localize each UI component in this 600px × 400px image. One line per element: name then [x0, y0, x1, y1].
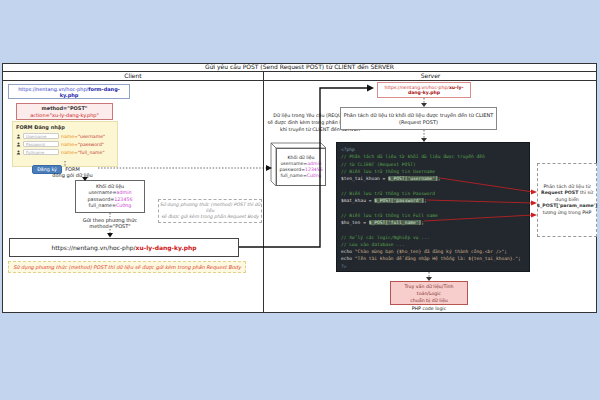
client-result-url: https://nentang.vn/hoc-php/xu-ly-dang-ky…	[51, 244, 196, 251]
username-name-attr: name="username"	[61, 134, 105, 139]
form-field-password: name="password"	[16, 140, 117, 148]
user-icon	[16, 142, 21, 147]
column-divider	[263, 72, 264, 313]
form-pack-label: FORM đóng gói dữ liệu	[25, 166, 120, 178]
registration-form: FORM Đăng nhập name="username" name="pas…	[12, 121, 118, 167]
form-action: action="xu-ly-dang-ky.php"	[30, 112, 99, 119]
form-title: FORM Đăng nhập	[16, 124, 117, 130]
fullname-name-attr: name="full_name"	[61, 150, 105, 155]
php-code-block: <?php// Phân tách dữ liệu từ khối dữ liệ…	[336, 142, 530, 272]
username-input[interactable]	[23, 133, 59, 139]
php-code-lines: <?php// Phân tách dữ liệu từ khối dữ liệ…	[341, 146, 525, 270]
diagram-canvas: Gửi yêu cầu POST (Send Request POST) từ …	[0, 0, 600, 400]
column-header-server: Server	[264, 72, 597, 81]
user-icon	[16, 150, 21, 155]
data-block-transfer: Khối dữ liệu username=admin password=123…	[276, 148, 326, 186]
password-name-attr: name="password"	[61, 142, 104, 147]
diagram-title: Gửi yêu cầu POST (Send Request POST) từ …	[2, 63, 597, 72]
post-note-red: Sử dụng phương thức (method) POST thì dữ…	[8, 261, 246, 273]
form-method: method="POST"	[42, 105, 88, 112]
logic-caption: PHP code logic	[390, 306, 468, 311]
server-url: https://nentang.vn/hoc-php/xu-ly-dang-ky…	[378, 85, 470, 95]
post-note-gray: Sử dụng phương thức (method) POST thì dữ…	[158, 199, 262, 223]
client-result-url-box: https://nentang.vn/hoc-php/xu-ly-dang-ky…	[9, 238, 239, 257]
password-input[interactable]	[23, 141, 59, 147]
post-param-note: Phân tách dữ liệu từ Request POST thì sử…	[537, 163, 597, 237]
data-block-client: Khối dữ liệu username=admin password=123…	[75, 180, 145, 213]
column-header-client: Client	[2, 72, 264, 81]
fullname-input[interactable]	[23, 149, 59, 155]
client-url-box: https://nentang.vn/hoc-php/form-dang-ky.…	[8, 84, 130, 99]
form-field-username: name="username"	[16, 132, 117, 140]
parse-data-box: Phân tách dữ liệu từ khối dữ liệu được t…	[340, 107, 497, 130]
user-icon	[16, 134, 21, 139]
form-field-fullname: name="full_name"	[16, 148, 117, 156]
form-method-box: method="POST" action="xu-ly-dang-ky.php"	[16, 103, 113, 120]
client-url: https://nentang.vn/hoc-php/form-dang-ky.…	[9, 86, 129, 98]
logic-box: Truy vấn dữ liệu/Tính toán/Logic chuẩn b…	[390, 281, 468, 305]
send-method-label: Gửi theo phương thức method="POST"	[60, 217, 160, 229]
server-url-box: https://nentang.vn/hoc-php/xu-ly-dang-ky…	[377, 82, 471, 98]
